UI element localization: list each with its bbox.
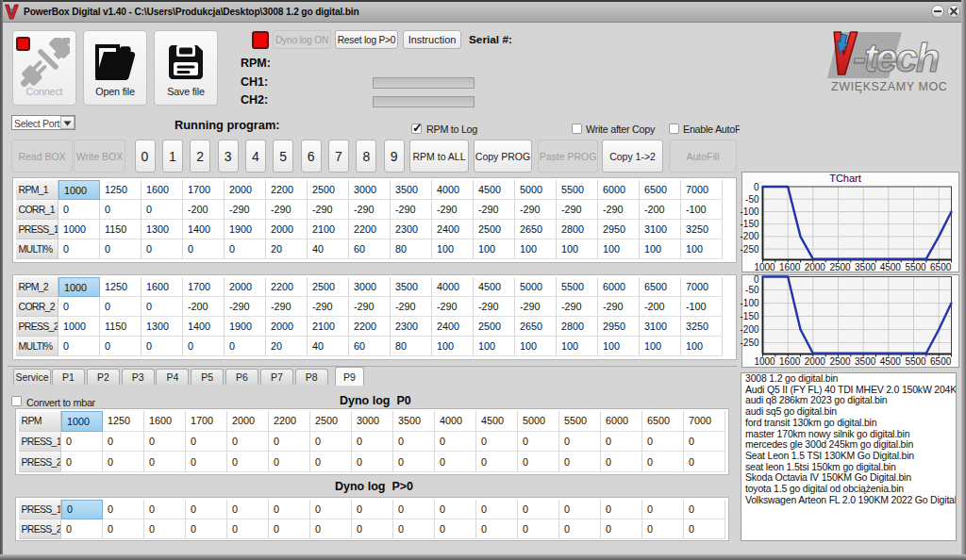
svg-text:2500: 2500 <box>829 356 851 367</box>
svg-text:4500: 4500 <box>880 262 902 272</box>
svg-text:-150: -150 <box>740 311 758 321</box>
svg-text:2000: 2000 <box>805 356 826 367</box>
svg-text:5500: 5500 <box>905 356 926 367</box>
svg-text:-250: -250 <box>740 244 758 255</box>
svg-text:1600: 1600 <box>779 262 801 272</box>
svg-text:-100: -100 <box>740 298 758 308</box>
svg-text:-100: -100 <box>740 206 758 217</box>
svg-text:-250: -250 <box>740 338 758 348</box>
svg-text:ZWIĘKSZAMY MOC: ZWIĘKSZAMY MOC <box>831 80 947 93</box>
svg-text:-200: -200 <box>740 324 758 335</box>
svg-text:0: 0 <box>754 182 759 192</box>
svg-text:3500: 3500 <box>855 262 876 272</box>
svg-text:3500: 3500 <box>855 356 876 367</box>
svg-text:-50: -50 <box>745 194 759 205</box>
svg-text:6500: 6500 <box>930 356 952 367</box>
svg-text:1600: 1600 <box>779 356 801 367</box>
svg-text:1000: 1000 <box>754 262 775 272</box>
svg-text:1000: 1000 <box>754 356 775 367</box>
svg-text:TChart: TChart <box>829 173 861 184</box>
svg-text:2000: 2000 <box>805 262 826 272</box>
svg-text:2500: 2500 <box>829 262 851 272</box>
svg-text:-150: -150 <box>740 219 758 229</box>
svg-text:5500: 5500 <box>905 262 926 272</box>
svg-text:-200: -200 <box>740 231 758 241</box>
svg-text:6500: 6500 <box>930 262 952 272</box>
svg-text:4500: 4500 <box>880 356 902 367</box>
svg-text:-50: -50 <box>745 285 759 295</box>
svg-text:-tech: -tech <box>853 36 939 80</box>
svg-text:0: 0 <box>754 274 759 285</box>
